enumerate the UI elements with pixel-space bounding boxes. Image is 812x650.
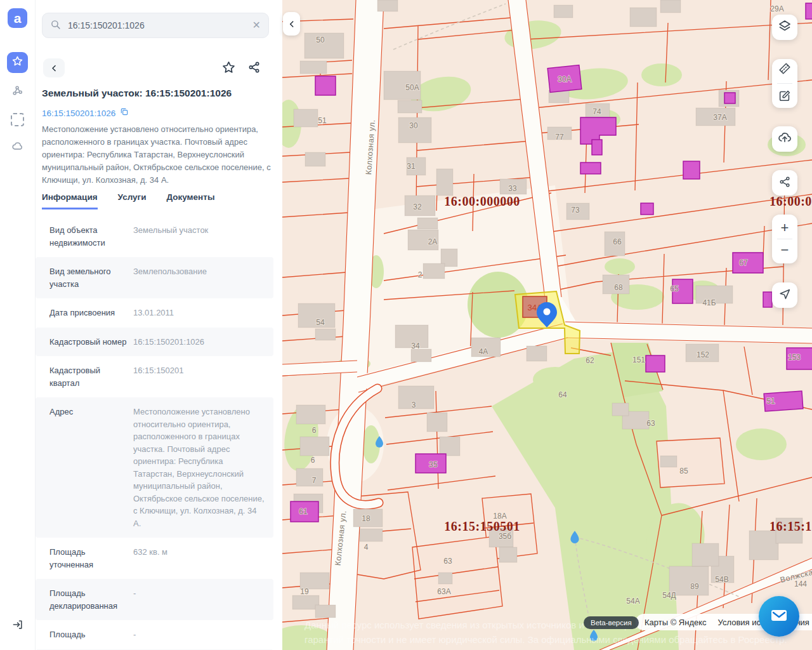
table-row: АдресМестоположение установлено относите… xyxy=(36,397,273,538)
row-value: 632 кв. м xyxy=(133,546,265,571)
tab-bar: ИнформацияУслугиДокументы xyxy=(42,192,214,209)
svg-text:16:00:000000: 16:00:000000 xyxy=(769,194,812,208)
svg-text:35: 35 xyxy=(429,460,438,469)
locate-button[interactable] xyxy=(772,282,797,308)
layers-icon xyxy=(777,18,792,36)
svg-text:2: 2 xyxy=(418,270,422,279)
upload-button[interactable] xyxy=(772,126,797,152)
row-value: 13.01.2011 xyxy=(133,307,265,319)
back-button[interactable] xyxy=(43,58,65,77)
chat-button[interactable] xyxy=(759,596,799,637)
svg-text:16:15:150501: 16:15:150501 xyxy=(444,519,520,533)
cadastral-link-row: 16:15:150201:1026 xyxy=(42,107,129,119)
svg-text:18А: 18А xyxy=(493,512,506,521)
sidebar-item-favorites[interactable] xyxy=(7,52,28,73)
table-row: Кадастровый номер16:15:150201:1026 xyxy=(36,328,273,357)
locate-arrow-icon xyxy=(778,287,792,303)
map-canvas[interactable]: 34А 16:00:00000016:00:00000016:15:150501… xyxy=(282,0,812,650)
svg-text:77: 77 xyxy=(555,133,564,142)
search-input[interactable] xyxy=(67,20,252,31)
copy-icon[interactable] xyxy=(120,107,129,119)
cadastral-number-link[interactable]: 16:15:150201:1026 xyxy=(42,109,115,118)
table-row: Площадь уточненная632 кв. м xyxy=(36,538,273,579)
svg-text:30: 30 xyxy=(409,121,418,130)
svg-text:18: 18 xyxy=(362,514,370,523)
table-row: Площадь декларированная- xyxy=(36,579,273,620)
svg-text:63: 63 xyxy=(443,557,452,566)
share-icon xyxy=(778,175,792,191)
row-label: Площадь xyxy=(49,628,133,641)
table-row: Вид земельного участкаЗемлепользование xyxy=(36,257,273,298)
favorite-star-button[interactable] xyxy=(221,60,236,77)
map-area: 34А 16:00:00000016:00:00000016:15:150501… xyxy=(282,0,812,650)
tab-0[interactable]: Информация xyxy=(42,192,98,209)
svg-text:32: 32 xyxy=(413,202,422,211)
svg-text:65: 65 xyxy=(670,284,679,293)
svg-text:74: 74 xyxy=(593,107,601,116)
svg-text:64: 64 xyxy=(558,390,567,399)
row-label: Адрес xyxy=(49,406,133,529)
app-window: a xyxy=(0,0,812,650)
svg-text:68: 68 xyxy=(614,283,623,292)
svg-text:61: 61 xyxy=(299,507,308,516)
zoom-in-button[interactable]: + xyxy=(781,221,789,235)
svg-text:29А: 29А xyxy=(770,4,783,13)
measure-tools-group xyxy=(772,59,797,108)
row-value: 16:15:150201:1026 xyxy=(133,336,265,348)
svg-text:16:15:150501: 16:15:150501 xyxy=(769,519,812,533)
row-value: 16:15:150201 xyxy=(133,364,265,389)
svg-text:6: 6 xyxy=(311,456,315,465)
row-value: - xyxy=(133,628,265,641)
object-info-panel: ✕ Земельный участок: 16:15:150201:1026 1… xyxy=(36,0,282,650)
svg-text:151: 151 xyxy=(632,355,645,364)
row-label: Кадастровый номер xyxy=(49,336,133,348)
logout-button[interactable] xyxy=(7,615,28,636)
svg-text:31: 31 xyxy=(407,162,416,171)
info-table: Вид объекта недвижимостиЗемельный участо… xyxy=(36,216,282,650)
svg-text:50А: 50А xyxy=(405,83,419,92)
draw-icon[interactable] xyxy=(778,89,792,105)
table-row: Кадастровый квартал16:15:150201 xyxy=(36,356,273,397)
svg-text:152: 152 xyxy=(697,350,709,359)
svg-text:67: 67 xyxy=(739,258,748,267)
beta-badge: Beta-версия xyxy=(584,616,639,629)
svg-text:7: 7 xyxy=(312,476,317,485)
clear-search-icon[interactable]: ✕ xyxy=(252,20,261,30)
svg-text:37А: 37А xyxy=(713,113,726,122)
sidebar-item-cloud[interactable] xyxy=(7,137,28,158)
table-row: Дата присвоения13.01.2011 xyxy=(36,298,273,328)
sidebar-item-polygon[interactable] xyxy=(7,81,28,102)
row-label: Вид земельного участка xyxy=(49,265,133,290)
envelope-icon xyxy=(768,604,790,628)
star-icon xyxy=(11,55,23,70)
table-row: Вид объекта недвижимостиЗемельный участо… xyxy=(36,216,273,257)
tab-1[interactable]: Услуги xyxy=(118,192,147,209)
ruler-icon[interactable] xyxy=(778,62,792,78)
search-box[interactable]: ✕ xyxy=(42,13,269,38)
row-value: Местоположение установлено относительно … xyxy=(133,406,265,529)
row-label: Дата присвоения xyxy=(49,307,133,319)
layers-button[interactable] xyxy=(772,15,797,40)
row-label: Площадь уточненная xyxy=(49,546,133,571)
app-logo[interactable]: a xyxy=(8,8,27,28)
svg-text:19: 19 xyxy=(300,587,309,596)
disclaimer-line2: гарантий точности и не имеет юридической… xyxy=(304,634,787,645)
svg-text:54А: 54А xyxy=(626,597,639,606)
map-share-button[interactable] xyxy=(772,170,797,196)
svg-text:16:00:000000: 16:00:000000 xyxy=(444,194,520,208)
logout-icon xyxy=(11,618,24,633)
svg-text:54: 54 xyxy=(316,318,325,327)
collapse-panel-button[interactable] xyxy=(283,12,300,36)
share-button[interactable] xyxy=(247,60,261,77)
zoom-out-button[interactable]: − xyxy=(781,243,789,257)
svg-text:51: 51 xyxy=(318,116,327,125)
polygon-network-icon xyxy=(11,84,24,100)
tab-2[interactable]: Документы xyxy=(167,192,215,209)
svg-text:73: 73 xyxy=(571,206,580,215)
svg-text:63: 63 xyxy=(646,419,655,428)
svg-text:89: 89 xyxy=(690,582,699,591)
sidebar-item-area-select[interactable] xyxy=(7,109,28,130)
svg-text:3: 3 xyxy=(412,401,416,409)
svg-text:85: 85 xyxy=(679,467,688,475)
row-value: - xyxy=(133,587,265,612)
